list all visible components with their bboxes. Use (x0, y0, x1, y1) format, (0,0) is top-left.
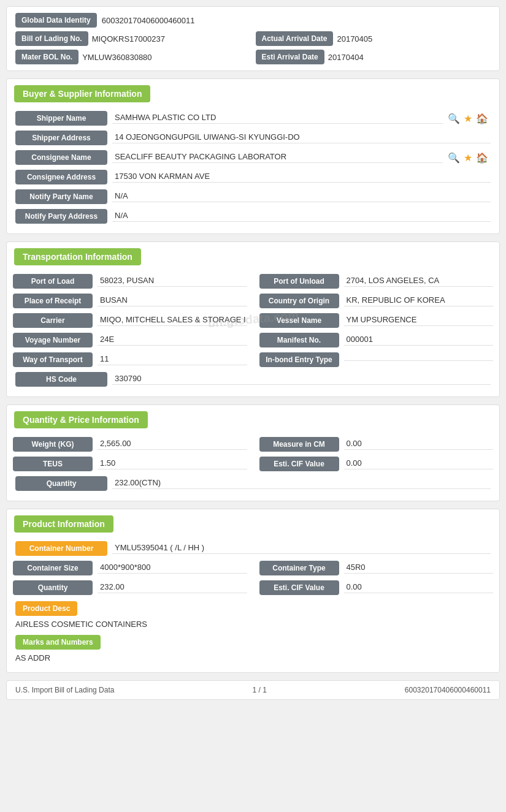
marks-and-numbers-value: AS ADDR (7, 652, 499, 665)
container-type-row: Container Type 45R0 (253, 558, 500, 578)
manifest-no-value: 000001 (344, 335, 494, 346)
consignee-icons: 🔍 ★ 🏠 (448, 152, 491, 164)
consignee-search-icon[interactable]: 🔍 (448, 152, 460, 164)
actual-arrival-date-label: Actual Arrival Date (256, 31, 334, 46)
port-of-unload-label: Port of Unload (259, 274, 339, 289)
buyer-supplier-section: Buyer & Supplier Information Shipper Nam… (6, 78, 500, 234)
consignee-name-label: Consignee Name (15, 150, 107, 165)
teus-value: 1.50 (98, 458, 247, 469)
consignee-home-icon[interactable]: 🏠 (476, 152, 488, 164)
container-number-row: Container Number YMLU5395041 ( /L / HH ) (7, 539, 499, 558)
marks-and-numbers-label: Marks and Numbers (15, 635, 101, 650)
quantity-price-section: Quantity & Price Information Weight (KG)… (6, 404, 500, 501)
footer-right: 600320170406000460011 (405, 686, 491, 694)
weight-kg-label-wrap: Weight (KG) (13, 437, 93, 452)
teus-label: TEUS (13, 457, 93, 471)
page: Global Data Identity 6003201704060004600… (0, 0, 506, 812)
notify-party-address-label: Notify Party Address (15, 209, 107, 224)
manifest-no-label-wrap: Manifest No. (259, 333, 339, 347)
consignee-name-row: Consignee Name SEACLIFF BEAUTY PACKAGING… (7, 148, 499, 167)
esti-cif-value: 0.00 (344, 458, 494, 469)
shipper-search-icon[interactable]: 🔍 (448, 113, 460, 124)
hs-code-value: 330790 (112, 374, 491, 385)
transportation-section: Transportation Information bn.gtodata.co… (6, 241, 500, 397)
product-desc-label: Product Desc (15, 601, 77, 616)
country-of-origin-row: Country of Origin KR, REPUBLIC OF KOREA (253, 291, 500, 311)
container-size-label: Container Size (13, 561, 93, 575)
port-of-unload-value: 2704, LOS ANGELES, CA (344, 276, 494, 287)
footer: U.S. Import Bill of Lading Data 1 / 1 60… (6, 680, 500, 700)
mater-bol-pair: Mater BOL No. YMLUW360830880 (15, 50, 251, 64)
product-quantity-label: Quantity (13, 580, 93, 595)
shipper-address-label: Shipper Address (15, 131, 107, 145)
consignee-star-icon[interactable]: ★ (464, 152, 472, 164)
shipper-star-icon[interactable]: ★ (464, 113, 472, 124)
notify-party-name-label: Notify Party Name (15, 189, 107, 204)
voyage-number-label-wrap: Voyage Number (13, 333, 93, 347)
place-of-receipt-row: Place of Receipt BUSAN (7, 291, 253, 311)
teus-row: TEUS 1.50 (7, 454, 253, 474)
notify-party-address-row: Notify Party Address N/A (7, 207, 499, 226)
actual-arrival-pair: Actual Arrival Date 20170405 (256, 31, 491, 46)
way-of-transport-label-wrap: Way of Transport (13, 352, 93, 367)
mater-bol-row: Mater BOL No. YMLUW360830880 Esti Arriva… (15, 50, 491, 64)
esti-cif-label-wrap: Esti. CIF Value (259, 457, 339, 471)
quantity-value: 232.00(CTN) (112, 478, 491, 489)
shipper-name-row: Shipper Name SAMHWA PLASTIC CO LTD 🔍 ★ 🏠 (7, 108, 499, 128)
buyer-supplier-title: Buyer & Supplier Information (14, 85, 150, 102)
port-of-load-value: 58023, PUSAN (98, 276, 247, 287)
product-quantity-value: 232.00 (98, 582, 247, 593)
port-of-load-label-wrap: Port of Load (13, 274, 93, 289)
way-of-transport-label: Way of Transport (13, 352, 93, 367)
notify-party-name-row: Notify Party Name N/A (7, 187, 499, 207)
vessel-name-row: Vessel Name YM UPSURGENCE (253, 311, 500, 330)
carrier-value: MIQO, MITCHELL SALES & STORAGE I (98, 315, 247, 326)
actual-arrival-date-value: 20170405 (337, 34, 372, 44)
product-esti-cif-label: Esti. CIF Value (259, 580, 339, 595)
voyage-number-value: 24E (98, 335, 247, 346)
in-bond-entry-type-label-wrap: In-bond Entry Type (259, 352, 339, 367)
measure-in-cm-label: Measure in CM (259, 437, 339, 452)
bill-of-lading-row: Bill of Lading No. MIQOKRS17000237 Actua… (15, 31, 491, 46)
place-of-receipt-label: Place of Receipt (13, 294, 93, 308)
notify-party-name-value: N/A (112, 191, 491, 202)
shipper-address-label-wrap: Shipper Address (15, 131, 107, 145)
carrier-row: Carrier MIQO, MITCHELL SALES & STORAGE I (7, 311, 253, 330)
measure-in-cm-value: 0.00 (344, 439, 494, 450)
consignee-name-value: SEACLIFF BEAUTY PACKAGING LABORATOR (112, 152, 443, 163)
teus-label-wrap: TEUS (13, 457, 93, 471)
port-of-unload-row: Port of Unload 2704, LOS ANGELES, CA (253, 271, 500, 291)
vessel-name-value: YM UPSURGENCE (344, 315, 494, 326)
footer-center: 1 / 1 (252, 686, 266, 694)
notify-party-address-value: N/A (112, 211, 491, 222)
mater-bol-label: Mater BOL No. (15, 50, 79, 64)
container-size-row: Container Size 4000*900*800 (7, 558, 253, 578)
bill-of-lading-label: Bill of Lading No. (15, 31, 88, 46)
consignee-name-label-wrap: Consignee Name (15, 150, 107, 165)
footer-left: U.S. Import Bill of Lading Data (15, 686, 114, 694)
container-number-label: Container Number (15, 541, 107, 556)
esti-cif-label: Esti. CIF Value (259, 457, 339, 471)
product-information-title: Product Information (14, 515, 113, 533)
measure-in-cm-label-wrap: Measure in CM (259, 437, 339, 452)
in-bond-entry-type-value (344, 359, 494, 361)
global-data-identity-value: 600320170406000460011 (102, 16, 195, 25)
product-esti-cif-row: Esti. CIF Value 0.00 (253, 578, 500, 598)
shipper-name-label: Shipper Name (15, 111, 107, 126)
hs-code-label-wrap: HS Code (15, 372, 107, 387)
voyage-number-row: Voyage Number 24E (7, 330, 253, 350)
notify-party-address-label-wrap: Notify Party Address (15, 209, 107, 224)
container-number-label-wrap: Container Number (15, 541, 107, 556)
product-quantity-row: Quantity 232.00 (7, 578, 253, 598)
container-size-value: 4000*900*800 (98, 563, 247, 574)
container-type-value: 45R0 (344, 563, 494, 574)
weight-kg-label: Weight (KG) (13, 437, 93, 452)
mater-bol-value: YMLUW360830880 (82, 53, 151, 62)
consignee-address-label-wrap: Consignee Address (15, 170, 107, 184)
shipper-address-row: Shipper Address 14 OJEONGONGUPGIL UIWANG… (7, 128, 499, 148)
country-of-origin-label-wrap: Country of Origin (259, 294, 339, 308)
shipper-home-icon[interactable]: 🏠 (476, 113, 488, 124)
shipper-address-value: 14 OJEONGONGUPGIL UIWANG-SI KYUNGGI-DO (112, 132, 491, 143)
esti-arrival-date-label: Esti Arrival Date (256, 50, 324, 64)
quantity-label: Quantity (15, 476, 107, 491)
